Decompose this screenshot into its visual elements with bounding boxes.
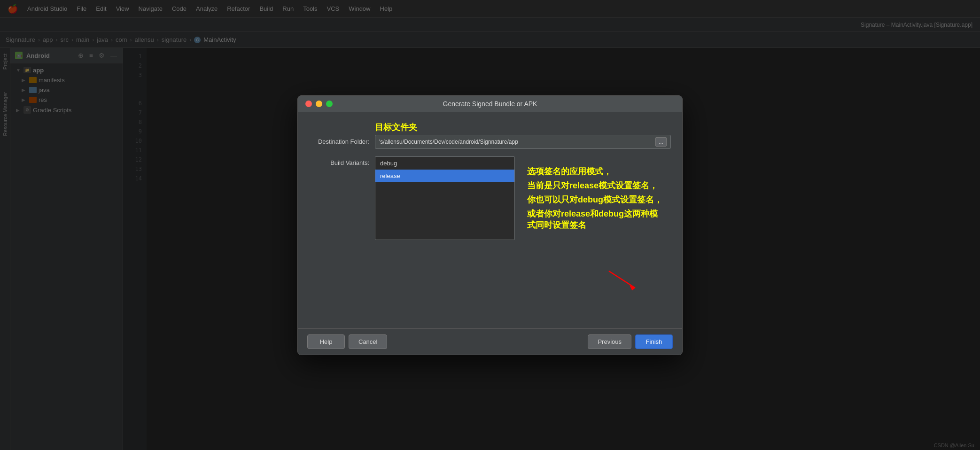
destination-folder-value: 's/allensu/Documents/Dev/code/android/Si… — [379, 139, 652, 145]
build-variants-content: debug release 选项签名的应用模式， 当前是只对release模式设… — [375, 156, 671, 240]
tl-maximize[interactable] — [326, 101, 333, 107]
destination-folder-input[interactable]: 's/allensu/Documents/Dev/code/android/Si… — [375, 135, 671, 149]
cancel-button[interactable]: Cancel — [349, 334, 387, 349]
dialog-title: Generate Signed Bundle or APK — [443, 100, 537, 108]
destination-folder-row: Destination Folder: 's/allensu/Documents… — [309, 135, 671, 149]
help-button[interactable]: Help — [307, 334, 345, 349]
variant-debug[interactable]: debug — [375, 157, 514, 170]
destination-folder-browse[interactable]: ... — [655, 137, 667, 147]
tl-minimize[interactable] — [316, 101, 322, 107]
traffic-lights — [305, 101, 333, 107]
annotation-line1: 选项签名的应用模式， — [527, 166, 666, 177]
annotation-area: 选项签名的应用模式， 当前是只对release模式设置签名， 你也可以只对deb… — [522, 156, 671, 240]
dialog-footer: Help Cancel Previous Finish — [298, 328, 682, 355]
variants-list: debug release — [375, 156, 515, 240]
footer-right: Previous Finish — [588, 334, 673, 349]
finish-button[interactable]: Finish — [635, 334, 673, 349]
dialog-titlebar: Generate Signed Bundle or APK — [298, 96, 682, 112]
destination-folder-label: Destination Folder: — [309, 138, 375, 145]
svg-line-0 — [609, 271, 635, 288]
variant-release[interactable]: release — [375, 170, 514, 182]
dialog-body: 目标文件夹 Destination Folder: 's/allensu/Doc… — [298, 112, 682, 328]
annotation-line2: 当前是只对release模式设置签名， — [527, 180, 666, 191]
build-variants-label: Build Variants: — [309, 156, 375, 166]
red-arrow-svg — [605, 266, 643, 295]
modal-overlay: Generate Signed Bundle or APK 目标文件夹 Dest… — [0, 0, 980, 450]
build-variants-row: Build Variants: debug release 选项签名的应用模式，… — [309, 156, 671, 240]
annotation-destination: 目标文件夹 — [375, 123, 417, 132]
annotation-line3: 你也可以只对debug模式设置签名， — [527, 194, 666, 205]
generate-signed-dialog: Generate Signed Bundle or APK 目标文件夹 Dest… — [297, 95, 683, 355]
footer-left: Help Cancel — [307, 334, 387, 349]
previous-button[interactable]: Previous — [588, 334, 631, 349]
tl-close[interactable] — [305, 101, 312, 107]
arrow-container — [309, 248, 671, 285]
annotation-line4: 或者你对release和debug这两种模式同时设置签名 — [527, 208, 666, 231]
